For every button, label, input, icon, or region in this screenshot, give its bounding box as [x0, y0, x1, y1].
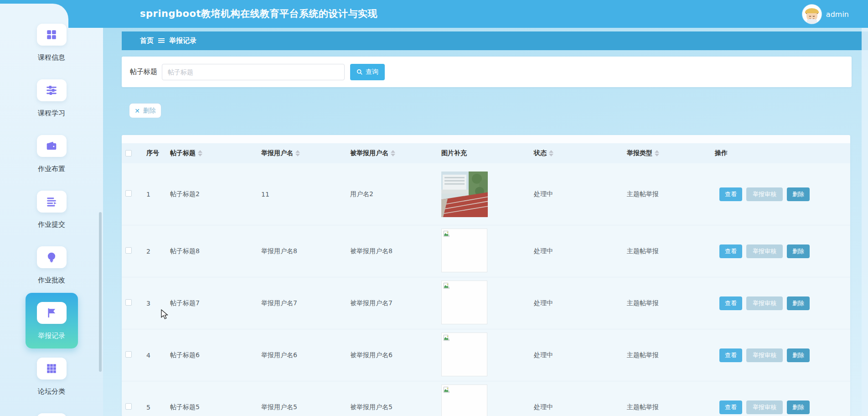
report-audit-button[interactable]: 举报审核	[746, 348, 783, 362]
report-image[interactable]	[441, 229, 488, 274]
bulb-icon	[46, 251, 57, 263]
delete-row-button[interactable]: 删除	[787, 296, 810, 310]
cell-post-title: 帖子标题2	[166, 190, 258, 198]
cell-post-title: 帖子标题7	[166, 299, 258, 307]
cell-report-type: 主题帖举报	[623, 351, 711, 359]
cell-post-title: 帖子标题6	[166, 351, 258, 359]
sidebar-item-作业提交[interactable]: 作业提交	[26, 182, 78, 237]
row-checkbox[interactable]	[125, 403, 132, 410]
cell-index: 1	[143, 191, 166, 198]
sort-carets-icon[interactable]	[655, 150, 659, 156]
column-header-序号: 序号	[143, 149, 166, 157]
bulk-delete-button[interactable]: ✕ 删除	[129, 103, 161, 118]
row-checkbox[interactable]	[125, 247, 132, 254]
cell-reported-user: 被举报用户名8	[346, 247, 438, 255]
sort-carets-icon[interactable]	[391, 150, 395, 156]
top-header: springboot教培机构在线教育平台系统的设计与实现 admin	[0, 0, 868, 28]
avatar[interactable]	[802, 5, 822, 24]
report-audit-button[interactable]: 举报审核	[746, 400, 783, 414]
table-body: 1 帖子标题2 11 用户名2 处理中 主题帖举报 查看 举报审核 删除 2 帖…	[122, 163, 850, 416]
cell-post-title: 帖子标题5	[166, 403, 258, 411]
sidebar-item-课程学习[interactable]: 课程学习	[26, 70, 78, 126]
cell-status: 处理中	[530, 351, 623, 359]
cell-reported-user: 被举报用户名7	[346, 299, 438, 307]
cell-index: 4	[143, 352, 166, 359]
table-row: 3 帖子标题7 举报用户名7 被举报用户名7 处理中 主题帖举报 查看 举报审核…	[122, 277, 850, 329]
search-icon	[356, 69, 363, 75]
report-audit-button[interactable]: 举报审核	[746, 187, 783, 201]
page-scrollbar-track[interactable]	[862, 28, 868, 416]
sort-carets-icon[interactable]	[295, 150, 300, 156]
broken-image-icon	[441, 229, 487, 272]
row-checkbox[interactable]	[125, 299, 132, 306]
view-button[interactable]: 查看	[719, 348, 742, 362]
delete-row-button[interactable]: 删除	[787, 244, 810, 258]
breadcrumb-home[interactable]: 首页	[140, 36, 154, 45]
sidebar-scrollbar[interactable]	[99, 212, 102, 372]
view-button[interactable]: 查看	[719, 296, 742, 310]
broken-image-icon	[441, 385, 487, 416]
sort-carets-icon[interactable]	[198, 150, 202, 156]
sidebar-item-作业批改[interactable]: 作业批改	[26, 237, 78, 293]
view-button[interactable]: 查看	[719, 244, 742, 258]
table-row: 4 帖子标题6 举报用户名6 被举报用户名6 处理中 主题帖举报 查看 举报审核…	[122, 329, 850, 381]
cell-report-type: 主题帖举报	[623, 299, 711, 307]
column-header-被举报用户名[interactable]: 被举报用户名	[346, 149, 438, 157]
cell-report-type: 主题帖举报	[623, 190, 711, 198]
cell-index: 3	[143, 300, 166, 307]
cell-reported-user: 用户名2	[346, 190, 438, 198]
table-row: 5 帖子标题5 举报用户名5 被举报用户名5 处理中 主题帖举报 查看 举报审核…	[122, 381, 850, 416]
cell-index: 5	[143, 404, 166, 411]
sidebar-item-partial-7[interactable]	[26, 404, 78, 416]
sort-carets-icon[interactable]	[549, 150, 553, 156]
row-checkbox[interactable]	[125, 190, 132, 197]
column-header-操作: 操作	[711, 149, 850, 157]
delete-row-button[interactable]: 删除	[787, 348, 810, 362]
delete-row-button[interactable]: 删除	[787, 400, 810, 414]
flag-icon	[46, 307, 57, 319]
sidebar-item-作业布置[interactable]: 作业布置	[26, 126, 78, 182]
view-button[interactable]: 查看	[719, 400, 742, 414]
username-label: admin	[826, 10, 849, 19]
search-button[interactable]: 查询	[350, 64, 385, 80]
report-image[interactable]	[441, 281, 488, 326]
column-header-状态[interactable]: 状态	[530, 149, 623, 157]
cell-reporter: 举报用户名8	[258, 247, 346, 255]
column-header-帖子标题[interactable]: 帖子标题	[166, 149, 258, 157]
app-window: springboot教培机构在线教育平台系统的设计与实现 admin 课程信息 …	[0, 0, 868, 416]
report-image[interactable]	[441, 333, 488, 378]
view-button[interactable]: 查看	[719, 187, 742, 201]
close-icon: ✕	[134, 107, 140, 114]
search-card: 帖子标题 查询	[122, 57, 852, 87]
cell-status: 处理中	[530, 403, 623, 411]
breadcrumb-menu-icon	[158, 38, 165, 43]
cell-reporter: 举报用户名5	[258, 403, 346, 411]
column-header-举报类型[interactable]: 举报类型	[623, 149, 711, 157]
user-box[interactable]: admin	[802, 5, 849, 24]
sidebar-item-课程信息[interactable]: 课程信息	[26, 15, 78, 70]
cell-report-type: 主题帖举报	[623, 403, 711, 411]
sidebar-item-论坛分类[interactable]: 论坛分类	[26, 348, 78, 404]
cell-reporter: 举报用户名7	[258, 299, 346, 307]
row-checkbox[interactable]	[125, 351, 132, 358]
sidebar: 课程信息 课程学习 作业布置 作业提交 作业批改 举报记录 论坛	[0, 28, 103, 416]
search-field-label: 帖子标题	[130, 68, 157, 76]
cell-status: 处理中	[530, 247, 623, 255]
cell-reported-user: 被举报用户名6	[346, 351, 438, 359]
breadcrumb: 首页 举报记录	[122, 31, 868, 50]
broken-image-icon	[441, 281, 487, 324]
sidebar-item-举报记录[interactable]: 举报记录	[26, 293, 78, 348]
search-input[interactable]	[162, 64, 345, 80]
column-header-举报用户名[interactable]: 举报用户名	[258, 149, 346, 157]
wallet-icon	[46, 140, 57, 152]
delete-row-button[interactable]: 删除	[787, 187, 810, 201]
grid3-icon	[46, 363, 57, 374]
report-image[interactable]	[441, 385, 488, 416]
table-row: 2 帖子标题8 举报用户名8 被举报用户名8 处理中 主题帖举报 查看 举报审核…	[122, 225, 850, 277]
report-audit-button[interactable]: 举报审核	[746, 244, 783, 258]
report-audit-button[interactable]: 举报审核	[746, 296, 783, 310]
select-all-checkbox[interactable]	[125, 150, 132, 156]
column-header-图片补充: 图片补充	[438, 149, 530, 157]
report-table: 序号帖子标题举报用户名被举报用户名图片补充状态举报类型操作 1 帖子标题2 11…	[122, 135, 850, 416]
report-image[interactable]	[441, 172, 488, 217]
